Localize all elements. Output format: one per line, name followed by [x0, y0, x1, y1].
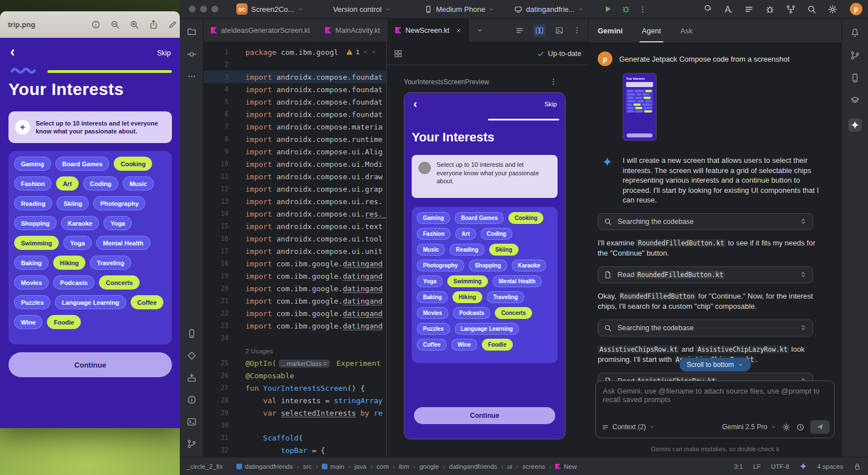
breadcrumb-item[interactable]: google	[420, 463, 439, 470]
breadcrumb-item[interactable]: screens	[522, 463, 545, 470]
zoom-out-icon[interactable]	[110, 20, 120, 29]
inspection-widget[interactable]: 1	[346, 49, 376, 55]
interest-chip[interactable]: Cooking	[508, 212, 543, 224]
attached-screenshot-thumbnail[interactable]: Your Interests	[623, 73, 657, 141]
interest-chip[interactable]: Fashion	[14, 176, 51, 191]
structure-tool-icon[interactable]	[187, 351, 197, 361]
split-view-button[interactable]	[533, 24, 546, 37]
interest-chip[interactable]: Podcasts	[53, 275, 94, 290]
project-selector[interactable]: SC Screen2Co...	[236, 3, 304, 15]
interest-chip[interactable]: Podcasts	[453, 307, 490, 319]
expander-icon[interactable]	[800, 324, 807, 331]
hidden-tabs-chevron-icon[interactable]	[476, 27, 483, 34]
skip-button[interactable]: Skip	[157, 49, 171, 57]
gemini-prompt-input[interactable]	[602, 386, 831, 418]
interest-chip[interactable]: Foodie	[482, 339, 513, 351]
breadcrumb-item[interactable]: main	[322, 463, 344, 470]
interest-chip[interactable]: Coffee	[417, 339, 447, 351]
tool-step-search-codebase[interactable]: Searching the codebase	[598, 319, 813, 336]
gemini-tool-icon[interactable]	[848, 118, 862, 132]
interest-chip[interactable]: Swimming	[14, 236, 59, 250]
tab-dateideasgeneratorscreen[interactable]: ateIdeasGeneratorScreen.kt	[204, 19, 318, 42]
interest-chip[interactable]: Puzzles	[14, 295, 50, 309]
skip-button[interactable]: Skip	[545, 101, 557, 107]
ai-status-icon[interactable]	[800, 463, 807, 470]
window-controls[interactable]	[189, 6, 218, 12]
edit-icon[interactable]	[168, 20, 178, 29]
user-avatar[interactable]: p	[850, 3, 862, 15]
interest-chip[interactable]: Wine	[451, 339, 477, 351]
interest-chip[interactable]: Language Learning	[55, 295, 126, 309]
interest-chip[interactable]: Music	[123, 176, 154, 191]
breadcrumb-item[interactable]: java	[355, 463, 366, 470]
run-button[interactable]	[603, 5, 612, 14]
interest-chip[interactable]: Concerts	[495, 307, 532, 319]
interest-chip[interactable]: Cooking	[114, 157, 152, 171]
interest-chip[interactable]: Baking	[417, 291, 448, 303]
interest-chip[interactable]: Hiking	[452, 291, 482, 303]
interest-chip[interactable]: Shopping	[14, 216, 57, 230]
interest-chip[interactable]: Reading	[14, 196, 52, 210]
vcs-widget[interactable]: Version control	[333, 5, 391, 14]
app-inspection-icon[interactable]	[765, 5, 775, 14]
interest-chip[interactable]: Hiking	[53, 256, 86, 270]
interest-chip[interactable]: Reading	[450, 244, 484, 256]
device-explorer-icon[interactable]	[850, 73, 860, 83]
more-tools-icon[interactable]	[187, 72, 196, 81]
interest-chip[interactable]: Photography	[93, 196, 145, 210]
interest-chip[interactable]: Skiing	[489, 244, 519, 256]
layout-inspector-icon[interactable]	[850, 96, 860, 106]
commit-tool-icon[interactable]	[187, 49, 197, 59]
file-encoding[interactable]: UTF-8	[771, 463, 789, 470]
send-button[interactable]	[810, 420, 830, 434]
breadcrumb-item[interactable]: datingandfriends	[236, 463, 293, 470]
gradle-tool-icon[interactable]	[850, 50, 860, 61]
breadcrumb-item[interactable]: New	[555, 463, 577, 470]
interest-chip[interactable]: Mental Health	[493, 275, 542, 287]
code-editor[interactable]: 1package com.ibm.googl123import androidx…	[204, 42, 386, 457]
editor-options-icon[interactable]	[573, 26, 581, 34]
tool-step-search-codebase[interactable]: Searching the codebase	[598, 213, 813, 230]
model-selector[interactable]: Gemini 2.5 Pro	[722, 423, 776, 431]
interest-chip[interactable]: Baking	[14, 256, 49, 270]
interest-chip[interactable]: Language Learning	[455, 323, 519, 335]
find-action-icon[interactable]	[723, 5, 733, 14]
interest-chip[interactable]: Karaoke	[61, 216, 99, 230]
gemini-settings-icon[interactable]	[782, 423, 791, 431]
interest-chip[interactable]: Gaming	[14, 157, 51, 171]
interest-chip[interactable]: Skiing	[57, 196, 89, 210]
interest-chip[interactable]: Art	[455, 228, 476, 240]
close-tab-icon[interactable]	[456, 28, 461, 33]
caret-position[interactable]: 3:1	[734, 463, 743, 470]
interest-chip[interactable]: Puzzles	[417, 323, 450, 335]
tab-ask[interactable]: Ask	[680, 27, 693, 35]
breadcrumb-item[interactable]: com	[377, 463, 389, 470]
interest-chip[interactable]: Mental Health	[96, 236, 150, 250]
zoom-in-icon[interactable]	[129, 20, 139, 29]
interest-chip[interactable]: Coding	[83, 176, 118, 191]
info-icon[interactable]	[91, 20, 101, 29]
interest-chip[interactable]: Music	[417, 244, 445, 256]
running-devices-icon[interactable]	[187, 329, 197, 339]
interest-chip[interactable]: Coding	[481, 228, 512, 240]
build-tool-icon[interactable]	[187, 373, 197, 383]
status-left-item[interactable]: _circle_2_fix	[187, 463, 223, 470]
interest-chip[interactable]: Foodie	[47, 315, 81, 329]
continue-button[interactable]: Continue	[8, 352, 172, 377]
tab-agent[interactable]: Agent	[642, 27, 661, 35]
interest-chip[interactable]: Traveling	[487, 291, 524, 303]
project-tool-icon[interactable]	[187, 27, 197, 37]
interest-chip[interactable]: Shopping	[469, 260, 507, 271]
interest-chip[interactable]: Wine	[14, 315, 42, 329]
line-separator[interactable]: LF	[753, 463, 761, 470]
problems-tool-icon[interactable]	[187, 395, 197, 405]
settings-gear-icon[interactable]	[828, 5, 837, 14]
logcat-icon[interactable]	[744, 5, 754, 14]
back-chevron-icon[interactable]: ‹	[413, 97, 417, 110]
breadcrumb-item[interactable]: src	[303, 463, 312, 470]
run-config-selector[interactable]: datingandfrie...	[514, 5, 584, 14]
interest-chip[interactable]: Photography	[417, 260, 464, 271]
expander-icon[interactable]	[800, 218, 807, 225]
tool-step-read-file[interactable]: Read RoundedFilledButton.kt	[598, 266, 813, 283]
code-view-button[interactable]	[513, 24, 526, 37]
